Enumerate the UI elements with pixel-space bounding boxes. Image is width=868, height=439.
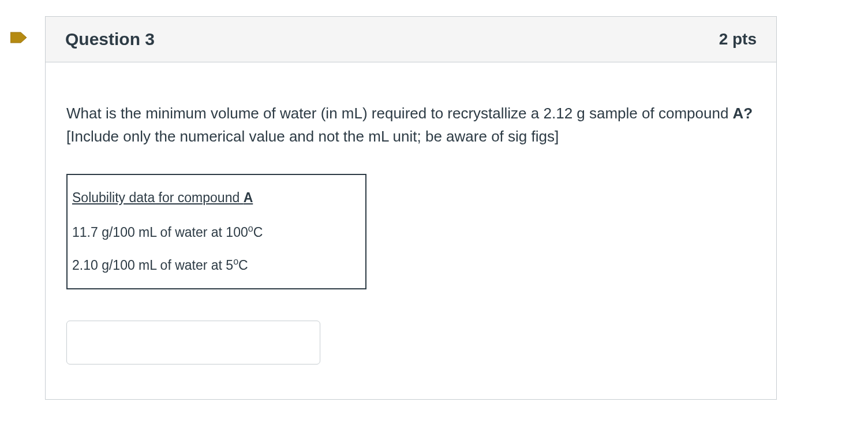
solubility-title: Solubility data for compound A (72, 190, 361, 206)
question-body: What is the minimum volume of water (in … (46, 62, 776, 399)
prompt-text-after: [Include only the numerical value and no… (66, 128, 559, 145)
solubility-title-text: Solubility data for compound (72, 190, 244, 205)
solubility-line-2-after: C (238, 258, 248, 273)
question-prompt: What is the minimum volume of water (in … (66, 102, 755, 148)
question-header: Question 3 2 pts (46, 17, 776, 62)
solubility-line-2-before: 2.10 g/100 mL of water at 5 (72, 258, 233, 273)
solubility-line-1: 11.7 g/100 mL of water at 100oC (72, 223, 361, 240)
prompt-text-before: What is the minimum volume of water (in … (66, 105, 733, 122)
answer-input[interactable] (66, 321, 320, 364)
prompt-bold: A? (733, 105, 753, 122)
question-points: 2 pts (719, 30, 757, 49)
solubility-line-1-after: C (253, 224, 263, 239)
bookmark-icon (10, 31, 27, 44)
question-card: Question 3 2 pts What is the minimum vol… (45, 16, 777, 400)
svg-marker-0 (10, 32, 27, 43)
solubility-line-2-sup: o (233, 256, 238, 266)
solubility-line-1-sup: o (248, 223, 253, 233)
question-title: Question 3 (65, 29, 155, 49)
solubility-data-box: Solubility data for compound A 11.7 g/10… (66, 174, 366, 289)
solubility-title-bold: A (244, 190, 253, 205)
solubility-line-1-before: 11.7 g/100 mL of water at 100 (72, 224, 248, 239)
solubility-line-2: 2.10 g/100 mL of water at 5oC (72, 256, 361, 273)
